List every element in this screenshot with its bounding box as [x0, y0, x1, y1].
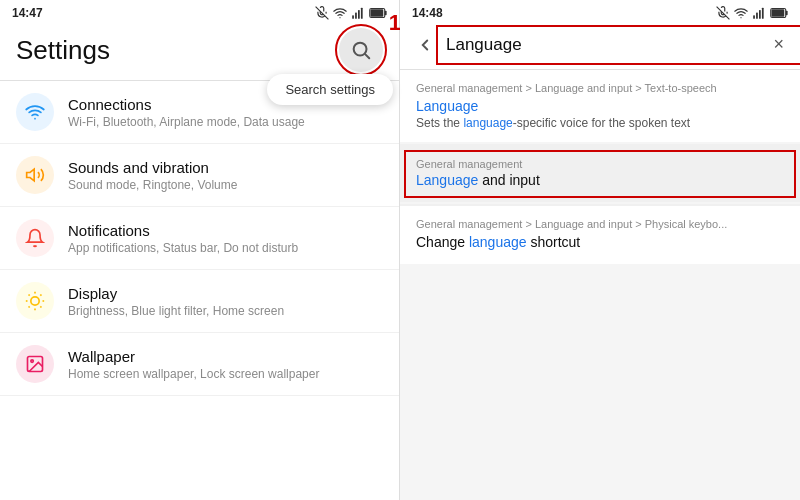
wifi-settings-icon: [25, 102, 45, 122]
svg-rect-6: [385, 11, 387, 16]
svg-rect-4: [361, 8, 363, 19]
settings-item-sounds[interactable]: Sounds and vibration Sound mode, Rington…: [0, 144, 399, 207]
right-search-header: 2 ×: [400, 24, 800, 70]
svg-rect-24: [756, 12, 758, 18]
result-2-suffix: and input: [478, 172, 540, 188]
back-icon: [416, 36, 434, 54]
right-mute-icon: [716, 6, 730, 20]
sounds-text: Sounds and vibration Sound mode, Rington…: [68, 159, 383, 192]
settings-list: Connections Wi-Fi, Bluetooth, Airplane m…: [0, 81, 399, 500]
display-settings-icon: [25, 291, 45, 311]
notifications-settings-icon: [25, 228, 45, 248]
svg-line-18: [29, 306, 30, 307]
connections-subtitle: Wi-Fi, Bluetooth, Airplane mode, Data us…: [68, 115, 383, 129]
signal-icon: [351, 6, 365, 20]
result-2-title: Language and input: [416, 172, 784, 188]
display-subtitle: Brightness, Blue light filter, Home scre…: [68, 304, 383, 318]
back-button[interactable]: [412, 32, 442, 58]
svg-line-15: [40, 306, 41, 307]
result-1-desc-highlight: language: [463, 116, 512, 130]
svg-point-21: [31, 360, 33, 363]
result-item-language-tts[interactable]: General management > Language and input …: [400, 70, 800, 142]
svg-line-9: [365, 54, 369, 58]
wifi-icon: [333, 6, 347, 20]
sounds-title: Sounds and vibration: [68, 159, 383, 176]
settings-header: Settings 1 Search settings: [0, 24, 399, 80]
battery-icon: [369, 7, 387, 19]
result-2-section: General management: [416, 158, 784, 170]
svg-point-11: [31, 297, 39, 305]
svg-line-14: [29, 295, 30, 296]
display-icon-bg: [16, 282, 54, 320]
svg-rect-29: [772, 9, 785, 17]
settings-item-wallpaper[interactable]: Wallpaper Home screen wallpaper, Lock sc…: [0, 333, 399, 396]
result-3-title: Change language shortcut: [416, 234, 784, 250]
result-1-breadcrumb: General management > Language and input …: [416, 82, 784, 94]
svg-rect-7: [371, 9, 384, 17]
left-status-bar: 14:47: [0, 0, 399, 24]
result-item-general-management[interactable]: General management Language and input 3: [400, 146, 800, 202]
display-title: Display: [68, 285, 383, 302]
svg-rect-28: [786, 11, 788, 16]
right-status-bar: 14:48: [400, 0, 800, 24]
search-icon: [350, 39, 372, 61]
right-panel: 14:48: [400, 0, 800, 500]
wallpaper-icon-bg: [16, 345, 54, 383]
result-3-highlight: language: [469, 234, 527, 250]
sound-settings-icon: [25, 165, 45, 185]
settings-item-notifications[interactable]: Notifications App notifications, Status …: [0, 207, 399, 270]
right-battery-icon: [770, 7, 788, 19]
right-wifi-icon: [734, 6, 748, 20]
search-button[interactable]: [339, 28, 383, 72]
notifications-title: Notifications: [68, 222, 383, 239]
svg-rect-2: [355, 12, 357, 18]
mute-icon: [315, 6, 329, 20]
left-panel: 14:47: [0, 0, 400, 500]
result-1-title: Language: [416, 98, 784, 114]
right-time: 14:48: [412, 6, 443, 20]
wallpaper-subtitle: Home screen wallpaper, Lock screen wallp…: [68, 367, 383, 381]
svg-line-19: [40, 295, 41, 296]
search-tooltip: Search settings: [267, 74, 393, 105]
close-button[interactable]: ×: [769, 30, 788, 59]
notifications-subtitle: App notifications, Status bar, Do not di…: [68, 241, 383, 255]
svg-rect-3: [358, 10, 360, 19]
result-1-description: Sets the language-specific voice for the…: [416, 116, 784, 130]
search-button-wrapper: 1 Search settings: [339, 28, 383, 72]
result-3-breadcrumb: General management > Language and input …: [416, 218, 784, 230]
sounds-subtitle: Sound mode, Ringtone, Volume: [68, 178, 383, 192]
wallpaper-settings-icon: [25, 354, 45, 374]
result-item-change-language[interactable]: General management > Language and input …: [400, 206, 800, 264]
result-2-highlight: Language: [416, 172, 478, 188]
svg-rect-26: [762, 8, 764, 19]
display-text: Display Brightness, Blue light filter, H…: [68, 285, 383, 318]
svg-rect-1: [352, 15, 354, 18]
right-signal-icon: [752, 6, 766, 20]
wallpaper-title: Wallpaper: [68, 348, 383, 365]
settings-item-display[interactable]: Display Brightness, Blue light filter, H…: [0, 270, 399, 333]
results-list: General management > Language and input …: [400, 70, 800, 500]
notifications-text: Notifications App notifications, Status …: [68, 222, 383, 255]
settings-title: Settings: [16, 35, 110, 66]
wallpaper-text: Wallpaper Home screen wallpaper, Lock sc…: [68, 348, 383, 381]
language-input-wrapper: 2: [442, 33, 765, 57]
connections-icon: [16, 93, 54, 131]
svg-rect-23: [753, 15, 755, 18]
svg-marker-10: [27, 169, 35, 181]
left-time: 14:47: [12, 6, 43, 20]
left-status-icons: [315, 6, 387, 20]
result-1-highlight: Language: [416, 98, 478, 114]
notifications-icon-bg: [16, 219, 54, 257]
svg-rect-25: [759, 10, 761, 19]
language-search-input[interactable]: [442, 33, 765, 57]
sounds-icon: [16, 156, 54, 194]
right-status-icons: [716, 6, 788, 20]
